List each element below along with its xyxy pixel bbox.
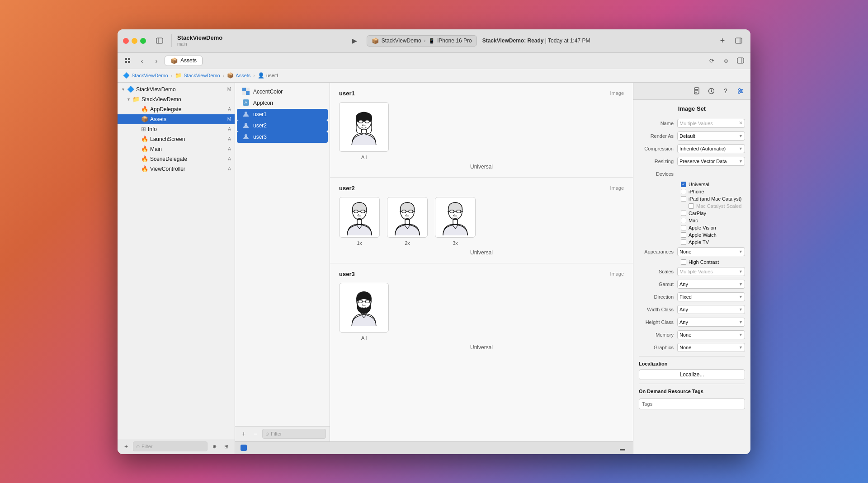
- width-class-select[interactable]: Any ▼: [677, 305, 745, 314]
- apple-vision-checkbox[interactable]: [681, 225, 686, 230]
- image-label-2: Image: [610, 185, 624, 191]
- info-icon: ⊞: [141, 126, 146, 132]
- status-indicator: [241, 445, 247, 451]
- minimize-button[interactable]: [132, 38, 137, 44]
- gamut-select[interactable]: Any ▼: [677, 280, 745, 289]
- grid-view-button[interactable]: [618, 443, 627, 453]
- sort-button[interactable]: ⊕: [209, 441, 219, 451]
- swift-icon: 🔥: [141, 155, 148, 162]
- user2-slot-1x: 1x: [339, 197, 380, 246]
- inspector-toggle[interactable]: [734, 54, 747, 67]
- asset-filter[interactable]: ⊙ Filter: [262, 429, 326, 439]
- tree-item-root[interactable]: ▼ 🔷 StackViewDemo M: [118, 84, 235, 94]
- asset-item-user1[interactable]: user1: [237, 109, 328, 120]
- attribute-inspector-button[interactable]: [734, 85, 746, 97]
- grid-view-button[interactable]: [121, 54, 134, 67]
- tree-item-info[interactable]: ⊞ Info A: [118, 124, 235, 134]
- user1-section: user1 Image: [330, 83, 633, 178]
- root-icon: 🔷: [127, 86, 134, 93]
- tags-input[interactable]: [639, 399, 745, 409]
- render-as-select[interactable]: Default ▼: [677, 131, 745, 141]
- compression-select[interactable]: Inherited (Automatic) ▼: [677, 144, 745, 153]
- clear-icon[interactable]: ✕: [739, 120, 743, 126]
- devices-row: Devices: [639, 169, 745, 179]
- iphone-checkbox[interactable]: [681, 189, 686, 194]
- user1-slot-label: All: [361, 155, 367, 160]
- user1-image-box[interactable]: [339, 102, 389, 152]
- breadcrumb-item-0[interactable]: StackViewDemo: [132, 73, 168, 78]
- asset-item-label: user1: [253, 111, 267, 117]
- breadcrumb-item-1[interactable]: StackViewDemo: [184, 73, 220, 78]
- asset-item-appicon[interactable]: A AppIcon: [237, 98, 328, 109]
- tree-item-label: Assets: [150, 116, 226, 122]
- file-inspector-button[interactable]: [691, 85, 703, 97]
- tree-item-viewcontroller[interactable]: 🔥 ViewController A: [118, 164, 235, 174]
- universal-label: Universal: [689, 182, 709, 187]
- asset-item-user2[interactable]: user2: [237, 120, 328, 131]
- layout-button[interactable]: [732, 34, 745, 47]
- svg-point-66: [738, 92, 740, 94]
- folder-icon: 📁: [132, 96, 140, 103]
- breadcrumb-folder-icon: 📁: [175, 72, 182, 79]
- asset-item-user3[interactable]: user3: [237, 131, 328, 143]
- memory-select[interactable]: None ▼: [677, 330, 745, 339]
- svg-rect-42: [450, 210, 454, 213]
- maximize-button[interactable]: [140, 38, 146, 44]
- breadcrumb-item-2[interactable]: Assets: [236, 73, 250, 78]
- remove-asset-button[interactable]: −: [250, 429, 260, 439]
- add-item-button[interactable]: +: [121, 441, 131, 451]
- close-button[interactable]: [123, 38, 129, 44]
- apple-tv-checkbox[interactable]: [681, 239, 686, 245]
- graphics-select[interactable]: None ▼: [677, 343, 745, 352]
- universal-checkbox[interactable]: ✓: [681, 182, 686, 187]
- tree-item-badge: A: [228, 146, 231, 151]
- ipad-checkbox[interactable]: [681, 196, 686, 202]
- refresh-button[interactable]: ⟳: [705, 54, 718, 67]
- breadcrumb-item-3: user1: [266, 73, 279, 78]
- assets-tab[interactable]: 📦 Assets: [165, 56, 203, 66]
- add-asset-button[interactable]: +: [239, 429, 249, 439]
- asset-item-accentcolor[interactable]: AccentColor: [237, 86, 328, 98]
- user3-image-box[interactable]: [339, 283, 389, 333]
- chevron-icon: ▼: [121, 87, 125, 92]
- user2-image-box-1x[interactable]: [339, 197, 380, 238]
- scales-select[interactable]: Multiple Values ▼: [677, 267, 745, 276]
- user2-image-box-3x[interactable]: [435, 197, 476, 238]
- back-button[interactable]: ‹: [136, 54, 148, 67]
- tree-item-main[interactable]: 🔥 Main A: [118, 144, 235, 154]
- scheme-selector[interactable]: 📦 StackViewDemo › 📱 iPhone 16 Pro: [367, 35, 477, 47]
- scheme-name: StackViewDemo: [382, 38, 421, 44]
- appearances-select[interactable]: None ▼: [677, 247, 745, 256]
- svg-rect-10: [242, 88, 246, 91]
- sidebar-toggle-button[interactable]: [153, 34, 166, 47]
- tree-item-scenedelegate[interactable]: 🔥 SceneDelegate A: [118, 154, 235, 164]
- user3-slot-label: All: [361, 335, 367, 341]
- add-button[interactable]: +: [716, 34, 729, 47]
- tree-item-folder[interactable]: ▼ 📁 StackViewDemo: [118, 94, 235, 104]
- user2-image-box-2x[interactable]: [387, 197, 428, 238]
- activity-button[interactable]: ☺: [720, 54, 732, 67]
- tree-item-assets[interactable]: 📦 Assets M: [118, 114, 235, 124]
- direction-select[interactable]: Fixed ▼: [677, 292, 745, 301]
- on-demand-title: On Demand Resource Tags: [639, 389, 745, 394]
- tree-item-appdelegate[interactable]: 🔥 AppDelegate A: [118, 104, 235, 114]
- assets-tab-label: Assets: [180, 57, 197, 64]
- localize-button[interactable]: Localize...: [639, 369, 745, 380]
- render-as-value: Default: [679, 133, 695, 139]
- mac-checkbox[interactable]: [681, 218, 686, 223]
- options-button[interactable]: ⊞: [221, 441, 231, 451]
- height-class-select[interactable]: Any ▼: [677, 318, 745, 327]
- run-button[interactable]: ▶: [349, 34, 361, 47]
- carplay-checkbox[interactable]: [681, 211, 686, 216]
- mac-catalyst-checkbox[interactable]: [689, 203, 694, 209]
- svg-rect-43: [457, 210, 461, 213]
- sidebar-filter[interactable]: ⊙ Filter: [133, 441, 208, 451]
- resizing-select[interactable]: Preserve Vector Data ▼: [677, 157, 745, 166]
- high-contrast-checkbox[interactable]: [681, 259, 686, 265]
- forward-button[interactable]: ›: [150, 54, 163, 67]
- tree-item-launchscreen[interactable]: 🔥 LaunchScreen A: [118, 134, 235, 144]
- history-button[interactable]: [705, 85, 717, 97]
- apple-watch-checkbox[interactable]: [681, 232, 686, 238]
- name-input[interactable]: Multiple Values ✕: [677, 119, 745, 128]
- help-button[interactable]: ?: [720, 85, 731, 97]
